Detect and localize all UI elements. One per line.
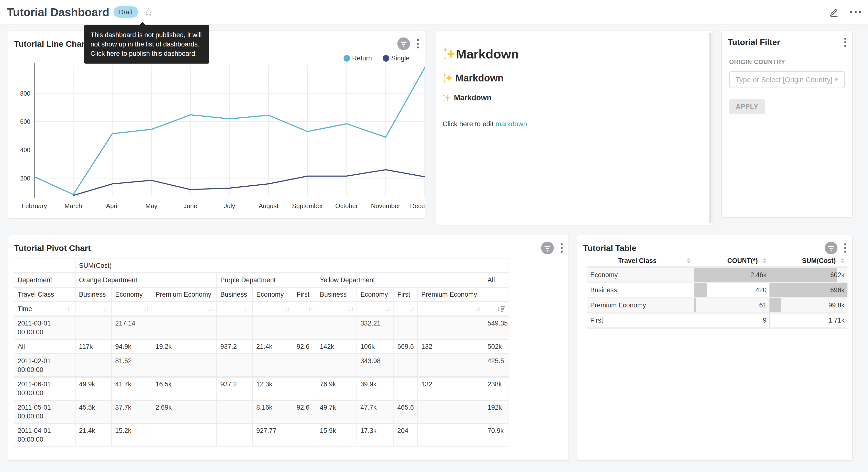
y-axis-tick: 200: [20, 175, 30, 182]
sort-arrows-icon[interactable]: ↓↑: [475, 304, 480, 313]
y-axis-tick: 600: [20, 118, 30, 125]
pivot-row-header: 2011-03-01 00:00:00: [14, 316, 75, 340]
pivot-cell: [75, 316, 112, 340]
filter-indicator-button[interactable]: [825, 242, 837, 254]
favorite-star-icon[interactable]: ☆: [144, 6, 154, 18]
kebab-icon: [561, 243, 563, 245]
sort-desc-icon[interactable]: ↓: [497, 304, 505, 313]
filter-indicator-button[interactable]: [541, 242, 554, 254]
panel-pivot-chart: Tutorial Pivot Chart SUM(Cost)Department…: [8, 235, 569, 461]
panel-menu-button[interactable]: [561, 243, 563, 253]
pivot-class-header: Business: [217, 287, 253, 302]
markdown-edit-link[interactable]: markdown: [495, 120, 527, 128]
pivot-cell: [293, 423, 316, 447]
pivot-row: 2011-04-01 00:00:0021.4k15.2k927.7715.9k…: [14, 423, 509, 447]
panel-menu-button[interactable]: [844, 243, 846, 253]
pivot-class-header: Business: [316, 287, 357, 302]
pivot-cell: 549.35: [484, 316, 509, 340]
sort-arrows-icon[interactable]: ↓↑: [348, 304, 353, 313]
cell-travel-class: Business: [587, 283, 694, 298]
pivot-sort-cell: ↓: [484, 302, 509, 316]
scrollbar[interactable]: [709, 32, 712, 223]
page-title: Tutorial Dashboard: [7, 5, 109, 19]
legend-item-return[interactable]: Return: [344, 55, 372, 62]
sort-arrows-icon[interactable]: ↓↑: [208, 304, 213, 313]
legend-item-single[interactable]: Single: [383, 55, 409, 62]
pivot-sort-cell: ↓↑: [253, 302, 293, 316]
sort-arrows-icon[interactable]: ↓↑: [67, 304, 72, 313]
panel-line-chart: Tutorial Line Chart ReturnSingle 2004006…: [8, 31, 425, 218]
pivot-cell: 217.14: [112, 316, 152, 340]
markdown-paragraph: Click here to edit markdown: [442, 120, 704, 128]
select-placeholder: Type or Select [Origin Country]: [736, 76, 833, 84]
panel-menu-button[interactable]: [844, 38, 846, 47]
pivot-department-header: Yellow Department: [316, 273, 484, 287]
pivot-cell: 41.7k: [112, 377, 152, 400]
x-axis-label: October: [335, 202, 358, 210]
pivot-cell: [417, 423, 484, 447]
edit-dashboard-button[interactable]: [829, 7, 839, 18]
pivot-cell: 238k: [484, 377, 509, 400]
pivot-cell: 92.6: [293, 400, 316, 423]
legend-label: Return: [352, 55, 372, 62]
pivot-sort-cell: ↓↑: [217, 302, 253, 316]
column-header-travel-class[interactable]: Travel Class: [587, 255, 694, 267]
filter-indicator-button[interactable]: [397, 37, 410, 50]
panel-title: Tutorial Table: [583, 243, 637, 253]
funnel-circle-icon: [541, 242, 554, 254]
pivot-cell: 94.9k: [112, 340, 152, 354]
pivot-class-header: Premium Economy: [417, 287, 484, 302]
pivot-cell: 502k: [484, 340, 509, 354]
pencil-icon: [829, 7, 839, 18]
apply-button[interactable]: APPLY: [729, 99, 765, 114]
pivot-sort-cell: ↓↑: [394, 302, 417, 316]
more-options-button[interactable]: [850, 11, 861, 13]
sort-arrows-icon[interactable]: ↓↑: [409, 304, 414, 313]
pivot-cell: 425.5: [484, 354, 509, 377]
pivot-sort-cell: ↓↑: [112, 302, 152, 316]
chevron-down-icon: [834, 79, 838, 81]
pivot-cell: [253, 354, 293, 377]
pivot-cell: 47.7k: [357, 400, 394, 423]
legend-dot: [344, 55, 350, 62]
sort-arrows-icon[interactable]: ↓↑: [385, 304, 390, 313]
pivot-cell: 76.9k: [316, 377, 357, 400]
column-header-sum-cost[interactable]: SUM(Cost): [770, 255, 847, 267]
panel-menu-button[interactable]: [417, 39, 419, 49]
x-axis-label: March: [65, 202, 82, 210]
status-badge[interactable]: Draft: [114, 6, 138, 18]
column-header-count[interactable]: COUNT(*): [694, 255, 770, 267]
pivot-sort-cell: ↓↑: [75, 302, 112, 316]
sort-arrows-icon[interactable]: ↓↑: [308, 304, 312, 313]
pivot-all-header: All: [484, 273, 509, 287]
pivot-cell: [316, 316, 357, 340]
pivot-cell: [217, 423, 253, 447]
pivot-sort-cell: ↓↑: [357, 302, 394, 316]
kebab-icon: [844, 38, 846, 40]
x-axis-label: September: [292, 202, 323, 210]
pivot-cell: 49.7k: [316, 400, 357, 423]
pivot-cell: [417, 354, 484, 377]
sort-arrows-icon[interactable]: ↓↑: [244, 304, 249, 313]
cell-travel-class: Economy: [587, 267, 694, 283]
sort-arrows-icon[interactable]: ↓↑: [103, 304, 108, 313]
funnel-circle-icon: [825, 242, 837, 254]
pivot-cell: 39.9k: [357, 377, 394, 400]
sparkles-icon: [442, 47, 456, 60]
pivot-cell: [152, 354, 217, 377]
pivot-cell: 92.6: [293, 340, 316, 354]
sort-arrows-icon[interactable]: ↓↑: [285, 304, 289, 313]
pivot-cell: 343.98: [357, 354, 394, 377]
origin-country-select[interactable]: Type or Select [Origin Country]: [729, 71, 845, 88]
panel-filter: Tutorial Filter ORIGIN COUNTRY Type or S…: [721, 31, 852, 218]
cell-count: 9: [694, 313, 770, 328]
pivot-cell: [75, 354, 112, 377]
pivot-cell: 927.77: [253, 423, 293, 447]
pivot-cell: 669.6: [394, 340, 417, 354]
pivot-row-header: All: [14, 340, 75, 354]
sort-arrows-icon[interactable]: ↓↑: [144, 304, 148, 313]
pivot-cell: 132: [417, 377, 484, 400]
pivot-row: 2011-02-01 00:00:0081.52343.98425.5: [14, 354, 509, 377]
sort-carets-icon: [763, 258, 767, 263]
panel-markdown[interactable]: Markdown Markdown Markdown Click here to…: [436, 31, 713, 225]
